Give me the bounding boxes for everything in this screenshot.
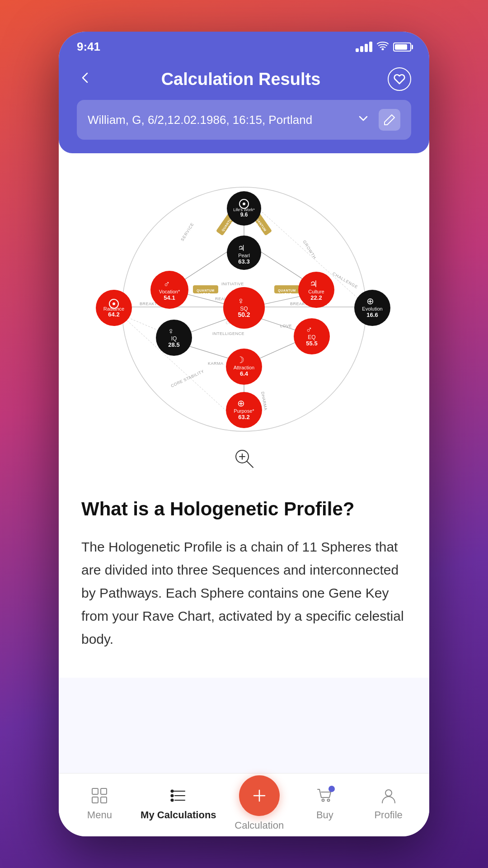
nav-item-profile[interactable]: Profile [366, 786, 411, 821]
nav-label-buy: Buy [316, 809, 333, 821]
info-section: What is a Hologenetic Profile? The Holog… [59, 479, 429, 678]
hologenetic-chart: QUANTUM LEAP QUANTUM LEAP QUANTUM LEAP [81, 171, 407, 443]
svg-text:INITIATIVE: INITIATIVE [221, 282, 244, 286]
status-icons [356, 41, 411, 53]
nav-label-calculation: Calculation [235, 820, 284, 831]
chevron-down-icon [357, 112, 370, 128]
svg-point-100 [171, 794, 173, 797]
nav-label-menu: Menu [87, 809, 112, 821]
svg-rect-95 [101, 788, 107, 794]
nav-label-profile: Profile [374, 809, 402, 821]
back-button[interactable] [77, 69, 94, 90]
svg-text:54.1: 54.1 [164, 294, 175, 301]
svg-point-63 [113, 302, 115, 305]
edit-button[interactable] [379, 109, 400, 131]
profile-label: William, G, 6/2,12.02.1986, 16:15, Portl… [88, 113, 357, 127]
svg-text:LEAP: LEAP [282, 292, 292, 296]
svg-text:♀: ♀ [168, 326, 174, 336]
page-title: Calculation Results [94, 70, 388, 89]
nav-item-my-calculations[interactable]: My Calculations [141, 786, 216, 821]
svg-text:KARMA: KARMA [208, 361, 224, 366]
main-content: QUANTUM LEAP QUANTUM LEAP QUANTUM LEAP [59, 153, 429, 773]
svg-text:Evolution: Evolution [362, 306, 382, 311]
svg-point-0 [382, 48, 384, 50]
svg-text:♂: ♂ [306, 325, 313, 335]
svg-line-4 [255, 248, 310, 283]
svg-text:55.5: 55.5 [306, 340, 317, 347]
zoom-button[interactable] [233, 447, 255, 470]
favorite-button[interactable] [388, 67, 411, 91]
svg-text:16.6: 16.6 [366, 311, 378, 318]
header: 9:41 [59, 32, 429, 153]
svg-text:⊕: ⊕ [237, 398, 245, 408]
svg-text:63.3: 63.3 [238, 258, 249, 265]
svg-text:SERVICE: SERVICE [180, 222, 195, 242]
profile-selector[interactable]: William, G, 6/2,12.02.1986, 16:15, Portl… [77, 100, 411, 140]
svg-text:Culture: Culture [308, 289, 324, 294]
svg-text:QUANTUM: QUANTUM [278, 289, 296, 292]
nav-item-buy[interactable]: Buy [302, 786, 347, 821]
svg-text:64.2: 64.2 [108, 311, 119, 318]
status-time: 9:41 [77, 40, 100, 54]
svg-rect-97 [101, 797, 107, 803]
bottom-nav: Menu My Calculations Calculation [59, 773, 429, 836]
info-body: The Hologenetic Profile is a chain of 11… [81, 535, 407, 651]
svg-text:♂: ♂ [164, 279, 170, 289]
phone-container: 9:41 [59, 32, 429, 836]
svg-line-91 [247, 461, 253, 467]
svg-point-46 [243, 203, 245, 205]
status-bar: 9:41 [77, 32, 411, 58]
battery-icon [393, 42, 411, 52]
nav-row: Calculation Results [77, 58, 411, 100]
svg-text:♃: ♃ [310, 279, 318, 289]
svg-text:28.5: 28.5 [168, 341, 179, 348]
svg-point-99 [171, 790, 173, 792]
wifi-icon [377, 41, 389, 53]
svg-text:6.4: 6.4 [240, 370, 249, 377]
cart-badge [328, 786, 335, 792]
svg-point-108 [385, 790, 392, 796]
signal-icon [356, 42, 372, 52]
svg-text:Vocation*: Vocation* [159, 289, 180, 294]
svg-text:50.2: 50.2 [238, 311, 250, 318]
svg-text:EQ: EQ [308, 334, 315, 340]
svg-text:Pearl: Pearl [238, 253, 250, 258]
chart-container: QUANTUM LEAP QUANTUM LEAP QUANTUM LEAP [59, 153, 429, 479]
svg-text:♃: ♃ [238, 244, 245, 253]
selector-actions [357, 109, 400, 131]
svg-point-106 [322, 799, 324, 801]
svg-text:Purpose*: Purpose* [234, 408, 254, 414]
svg-text:22.2: 22.2 [310, 294, 322, 301]
nav-label-my-calculations: My Calculations [141, 809, 216, 821]
svg-line-3 [178, 248, 233, 283]
svg-text:LOVE: LOVE [280, 324, 292, 328]
svg-text:9.6: 9.6 [240, 212, 248, 218]
svg-text:Attraction: Attraction [234, 365, 254, 370]
add-calculation-button[interactable] [239, 775, 280, 816]
info-title: What is a Hologenetic Profile? [81, 497, 407, 522]
svg-rect-96 [92, 797, 98, 803]
svg-rect-94 [92, 788, 98, 794]
svg-text:IQ: IQ [171, 335, 177, 342]
svg-point-107 [327, 799, 329, 801]
svg-text:LEAP: LEAP [201, 292, 211, 296]
nav-item-menu[interactable]: Menu [77, 786, 122, 821]
svg-text:QUANTUM: QUANTUM [197, 289, 214, 292]
svg-text:⊕: ⊕ [366, 296, 374, 306]
svg-text:INTELLIGENCE: INTELLIGENCE [212, 331, 244, 336]
svg-point-101 [171, 799, 173, 801]
nav-item-calculation[interactable]: Calculation [235, 775, 284, 831]
svg-text:♀: ♀ [237, 295, 245, 307]
svg-text:GROWTH: GROWTH [302, 240, 317, 260]
svg-text:☽: ☽ [236, 355, 244, 365]
svg-text:63.2: 63.2 [238, 414, 249, 420]
svg-text:CORE STABILITY: CORE STABILITY [170, 369, 205, 388]
